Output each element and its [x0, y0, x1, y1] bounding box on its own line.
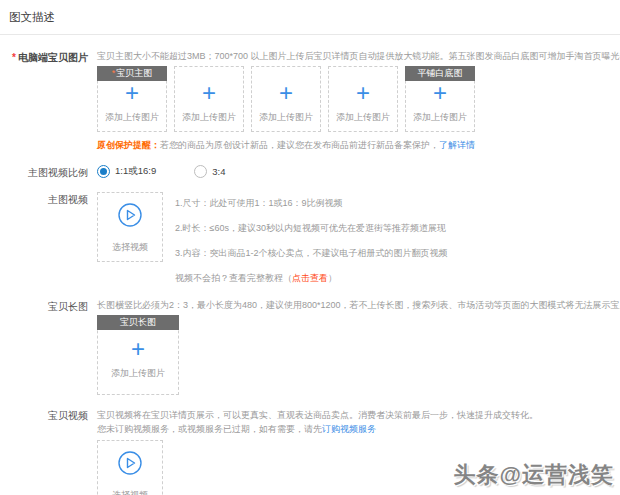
upload-image-box-whitebg[interactable]: 平铺白底图 + 添加上传图片	[405, 66, 475, 132]
pc-images-desc: 宝贝主图大小不能超过3MB；700*700 以上图片上传后宝贝详情页自动提供放大…	[97, 50, 620, 63]
main-video-row: 主图视频 选择视频 1.尺寸：此处可使用1：1或16：9比例视频 2.时长：≤6…	[0, 192, 620, 285]
select-video-label: 选择视频	[112, 489, 148, 495]
long-image-row: 宝贝长图 长图横竖比必须为2：3，最小长度为480，建议使用800*1200，若…	[0, 299, 620, 395]
video-ratio-label: 主图视频比例	[0, 165, 97, 180]
learn-more-link[interactable]: 了解详情	[439, 140, 475, 150]
ratio-option-3-4[interactable]: 3:4	[194, 165, 225, 178]
required-mark: *	[12, 52, 16, 63]
upload-long-image-box[interactable]: 宝贝长图 + 添加上传图片	[97, 315, 179, 395]
radio-selected-icon[interactable]	[97, 165, 110, 178]
upload-image-label: 添加上传图片	[413, 111, 467, 124]
notice-head: 原创保护提醒：	[97, 140, 160, 150]
plus-icon: +	[131, 338, 145, 360]
upload-image-label: 添加上传图片	[111, 367, 165, 380]
video-ratio-row: 主图视频比例 1:1或16:9 3:4	[0, 165, 620, 180]
upload-image-label: 添加上传图片	[105, 111, 159, 124]
item-video-desc-line2: 您未订购视频服务，或视频服务已过期，如有需要，请先订购视频服务	[97, 422, 620, 436]
tip-size: 1.尺寸：此处可使用1：1或16：9比例视频	[175, 197, 448, 209]
tab-main-image[interactable]: *宝贝主图	[97, 66, 167, 81]
play-icon	[117, 202, 143, 232]
watermark: 头条@运营浅笑	[454, 460, 614, 490]
plus-icon: +	[125, 82, 139, 104]
upload-image-label: 添加上传图片	[336, 111, 390, 124]
main-video-label: 主图视频	[0, 192, 97, 207]
radio-label: 1:1或16:9	[115, 165, 156, 178]
upload-boxes-row: *宝贝主图 + 添加上传图片 + 添加上传图片 + 添加上传图片 + 添加上传图…	[97, 66, 620, 132]
pc-images-label: *电脑端宝贝图片	[0, 50, 97, 65]
tab-white-bg-image[interactable]: 平铺白底图	[405, 66, 475, 81]
click-view-link[interactable]: 点击查看	[292, 273, 328, 283]
ratio-option-1-1-16-9[interactable]: 1:1或16:9	[97, 165, 156, 178]
plus-icon: +	[433, 82, 447, 104]
select-video-label: 选择视频	[112, 241, 148, 254]
plus-icon: +	[356, 82, 370, 104]
long-image-desc: 长图横竖比必须为2：3，最小长度为480，建议使用800*1200，若不上传长图…	[97, 299, 620, 312]
upload-image-box-main[interactable]: *宝贝主图 + 添加上传图片	[97, 66, 167, 132]
tab-long-image[interactable]: 宝贝长图	[97, 315, 179, 330]
order-video-service-link[interactable]: 订购视频服务	[322, 424, 376, 434]
upload-image-box[interactable]: + 添加上传图片	[328, 66, 398, 132]
upload-image-box[interactable]: + 添加上传图片	[174, 66, 244, 132]
select-video-box[interactable]: 选择视频	[97, 192, 163, 262]
upload-image-box[interactable]: + 添加上传图片	[251, 66, 321, 132]
upload-image-label: 添加上传图片	[259, 111, 313, 124]
long-image-label: 宝贝长图	[0, 299, 97, 314]
tip-duration: 2.时长：≤60s，建议30秒以内短视频可优先在爱逛街等推荐频道展现	[175, 222, 448, 234]
select-item-video-box[interactable]: 选择视频	[97, 440, 163, 495]
pc-images-row: *电脑端宝贝图片 宝贝主图大小不能超过3MB；700*700 以上图片上传后宝贝…	[0, 50, 620, 152]
plus-icon: +	[279, 82, 293, 104]
section-title: 图文描述	[0, 0, 620, 34]
upload-image-label: 添加上传图片	[182, 111, 236, 124]
video-help-line: 视频不会拍？查看完整教程（点击查看）	[175, 272, 448, 285]
item-video-desc-line1: 宝贝视频将在宝贝详情页展示，可以更真实、直观表达商品卖点。消费者决策前最后一步，…	[97, 408, 620, 422]
radio-label: 3:4	[212, 166, 225, 177]
main-video-tips: 1.尺寸：此处可使用1：1或16：9比例视频 2.时长：≤60s，建议30秒以内…	[175, 192, 448, 285]
required-mark: *	[112, 68, 116, 78]
original-protection-notice: 原创保护提醒：若您的商品为原创设计新品，建议您在发布商品前进行新品备案保护，了解…	[97, 139, 620, 152]
item-video-label: 宝贝视频	[0, 408, 97, 423]
radio-unselected-icon[interactable]	[194, 165, 207, 178]
item-video-desc: 宝贝视频将在宝贝详情页展示，可以更真实、直观表达商品卖点。消费者决策前最后一步，…	[97, 408, 620, 436]
tip-content: 3.内容：突出商品1-2个核心卖点，不建议电子相册式的图片翻页视频	[175, 247, 448, 259]
plus-icon: +	[202, 82, 216, 104]
play-icon	[117, 450, 143, 480]
